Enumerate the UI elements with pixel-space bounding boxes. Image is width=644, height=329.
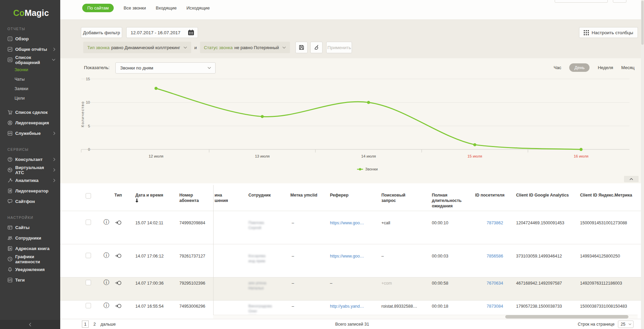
cell-datetime: 15.07 14:02:11: [135, 220, 163, 226]
sidebar-item-people[interactable]: Сотрудники: [0, 233, 60, 243]
sidebar-item-overview[interactable]: Обзор: [0, 34, 60, 44]
data-point[interactable]: [580, 148, 583, 151]
sidebar-item-leadgen[interactable]: Лидогенерация: [0, 118, 60, 128]
configure-columns-label: Настроить столбцы: [592, 30, 633, 35]
column-header-phone[interactable]: Номер абонента: [179, 192, 199, 203]
sidebar-item-magic-wand[interactable]: Аналитика: [0, 175, 60, 186]
data-point[interactable]: [473, 143, 476, 146]
filter-chip-condition: не равно Потерянный: [235, 45, 279, 50]
sidebar-subitem[interactable]: Чаты: [0, 75, 60, 84]
cell-ym-client-id: 15000914531001273088: [580, 220, 627, 226]
row-checkbox[interactable]: [86, 303, 91, 308]
configure-columns-button[interactable]: Настроить столбцы: [579, 27, 638, 38]
sidebar-item-requests[interactable]: Список обращений: [0, 55, 60, 65]
global-search-button[interactable]: [613, 0, 626, 3]
cell-referrer[interactable]: https://www.goo…: [330, 220, 364, 226]
consultant-icon: [7, 157, 13, 162]
column-header-type[interactable]: Тип: [114, 192, 122, 198]
sidebar-subitem[interactable]: Цели: [0, 94, 60, 103]
cell-visitor-id[interactable]: 7670634: [487, 281, 503, 286]
table-row[interactable]: ⓘ14.07 17:06:1279261737127Косареваинд пр…: [60, 244, 644, 277]
column-header-label: ина шения: [215, 193, 228, 203]
vertical-scrollbar-thumb[interactable]: [641, 1, 644, 45]
column-header-ymclid[interactable]: Метка ymclid: [290, 192, 317, 198]
sidebar-subitem[interactable]: Заявки: [0, 84, 60, 94]
column-header-ym[interactable]: Client ID Яндекс.Метрика: [580, 192, 632, 198]
column-header-emp[interactable]: Сотрудник: [248, 192, 271, 198]
tab-item[interactable]: Исходящие: [186, 5, 210, 11]
column-header-date[interactable]: Дата и время: [135, 192, 163, 203]
row-checkbox[interactable]: [86, 253, 91, 258]
sidebar-item-phone-circle[interactable]: Виртуальная АТС: [0, 165, 60, 175]
metric-select[interactable]: Звонки по дням: [115, 62, 216, 74]
table-row[interactable]: ⓘ14.07 17:00:3679295102396апо ртенаНатал…: [60, 277, 644, 300]
apply-filter-button[interactable]: Применить: [326, 42, 352, 53]
column-header-label: Полная длительность ожидания: [432, 193, 462, 208]
horizontal-scrollbar-thumb[interactable]: [505, 315, 628, 318]
sidebar-item-tag-window[interactable]: Теги: [0, 275, 60, 285]
sidebar-item-lightning-doc[interactable]: Лидогенератор: [0, 186, 60, 196]
chart-collapse-button[interactable]: [624, 176, 639, 182]
sidebar-item-cart[interactable]: Список сделок: [0, 107, 60, 118]
tag-window-icon: [7, 277, 13, 283]
info-icon[interactable]: ⓘ: [104, 253, 109, 258]
data-point[interactable]: [261, 115, 264, 118]
cell-visitor-id[interactable]: 7873084: [487, 304, 503, 309]
date-range-picker[interactable]: 12.07.2017 - 16.07.2017: [126, 27, 198, 38]
column-header-vid[interactable]: ID посетителя: [475, 192, 505, 198]
sidebar-collapse-button[interactable]: [0, 320, 60, 329]
sort-desc-icon[interactable]: [135, 199, 163, 203]
column-header-partial[interactable]: ина шения: [215, 192, 228, 203]
info-icon[interactable]: ⓘ: [104, 303, 109, 308]
sidebar-subitem[interactable]: Звонки: [0, 65, 60, 75]
cell-visitor-id[interactable]: 7856586: [487, 253, 503, 259]
tab-active[interactable]: По сайтам: [82, 4, 114, 12]
cell-referrer[interactable]: http://yabs.yand…: [330, 304, 364, 309]
chevron-right-icon: [53, 168, 55, 172]
data-point[interactable]: [155, 87, 158, 90]
sidebar-item-bell[interactable]: Уведомления: [0, 264, 60, 275]
info-icon[interactable]: ⓘ: [104, 280, 109, 285]
sidebar-item-address-book[interactable]: Адресная книга: [0, 243, 60, 254]
x-tick-label: 13 июля: [255, 154, 270, 158]
granularity-active[interactable]: День: [569, 63, 590, 72]
tab-item[interactable]: Все звонки: [124, 5, 146, 11]
row-checkbox[interactable]: [86, 280, 91, 285]
comagic-logo[interactable]: CoMagic: [13, 8, 60, 18]
sidebar: CoMagic ОТЧЕТЫОбзорОбщие отчётыСписок об…: [0, 0, 60, 329]
add-filter-button[interactable]: Добавить фильтр: [81, 27, 122, 38]
x-tick-label: 16 июля: [574, 154, 589, 158]
clear-filter-button[interactable]: [310, 42, 323, 53]
cell-phone: 74999209884: [179, 220, 205, 226]
column-header-ref[interactable]: Реферер: [330, 192, 349, 198]
column-header-wait[interactable]: Полная длительность ожидания: [432, 192, 462, 209]
calls-series-line: [156, 88, 581, 149]
frozen-columns-divider: [213, 185, 214, 315]
sidebar-item-site-phone[interactable]: Сайтфон: [0, 196, 60, 207]
address-book-icon: [7, 246, 13, 251]
vertical-scrollbar-track[interactable]: [641, 0, 644, 329]
granularity-option[interactable]: Неделя: [598, 65, 613, 70]
save-filter-button[interactable]: [295, 42, 308, 53]
table-row[interactable]: ⓘ15.07 14:02:1174999209884ПавловаСергей–…: [60, 211, 644, 244]
column-header-query[interactable]: Поисковый запрос: [381, 192, 405, 203]
cell-referrer[interactable]: https://www.goo…: [330, 253, 364, 259]
sidebar-item-table[interactable]: Сайты: [0, 222, 60, 233]
rows-per-page-select[interactable]: 25: [618, 321, 634, 328]
column-header-ga[interactable]: Client ID Google Analytics: [516, 192, 569, 198]
granularity-option[interactable]: Месяц: [621, 65, 635, 70]
filter-chip[interactable]: Тип звонкаравно Динамический коллтрекинг: [83, 42, 191, 53]
row-checkbox[interactable]: [86, 220, 91, 225]
select-all-checkbox[interactable]: [86, 193, 91, 199]
data-point[interactable]: [367, 101, 370, 104]
info-icon[interactable]: ⓘ: [104, 220, 109, 225]
cell-visitor-id[interactable]: 7873862: [487, 220, 503, 226]
sidebar-item-clock[interactable]: Графики активности: [0, 254, 60, 264]
sidebar-item-code-window[interactable]: Служебные: [0, 128, 60, 139]
sidebar-item-reports[interactable]: Общие отчёты: [0, 44, 60, 55]
tab-item[interactable]: Входящие: [156, 5, 177, 11]
global-search-input[interactable]: [555, 0, 608, 3]
sidebar-item-consultant[interactable]: Консультант: [0, 154, 60, 165]
granularity-option[interactable]: Час: [554, 65, 561, 70]
filter-chip[interactable]: Статус звонкане равно Потерянный: [200, 42, 290, 53]
